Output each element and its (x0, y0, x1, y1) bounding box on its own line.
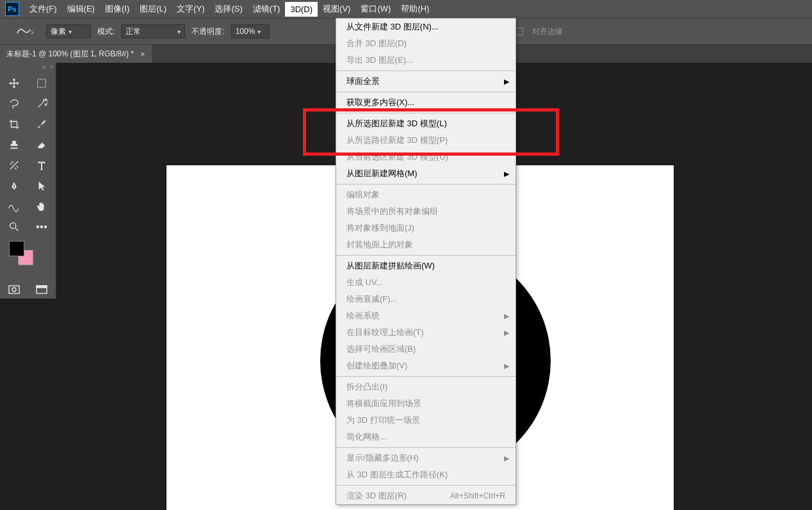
opacity-label: 不透明度: (191, 26, 224, 37)
menu-type[interactable]: 文字(Y) (172, 1, 209, 17)
dd-paint-falloff: 绘画衰减(F)... (336, 291, 516, 308)
dd-simplify-mesh: 简化网格... (336, 429, 516, 445)
color-swatches[interactable] (9, 241, 56, 273)
opacity-field[interactable]: 100%▾ (231, 24, 270, 38)
close-icon[interactable]: × (49, 63, 53, 72)
size-value: 像素 (51, 26, 66, 37)
menu-help[interactable]: 帮助(H) (396, 1, 434, 17)
dd-spherical-panorama[interactable]: 球面全景▶ (336, 73, 516, 90)
quickmask-button[interactable] (0, 281, 28, 299)
submenu-arrow-icon: ▶ (504, 362, 509, 370)
menubar: Ps 文件(F) 编辑(E) 图像(I) 图层(L) 文字(Y) 选择(S) 滤… (0, 0, 812, 18)
dd-get-more-content[interactable]: 获取更多内容(X)... (336, 94, 516, 111)
dd-export-3d-layer: 导出 3D 图层(E)... (336, 52, 516, 69)
align-edges-label: 对齐边缘 (532, 26, 563, 37)
edit-toolbar[interactable] (28, 217, 56, 237)
svg-rect-11 (37, 286, 47, 288)
chevron-down-icon: ▾ (69, 28, 72, 35)
close-icon[interactable]: × (140, 49, 145, 59)
move-tool[interactable] (0, 73, 28, 94)
text-tool[interactable] (28, 155, 56, 176)
submenu-arrow-icon: ▶ (504, 78, 509, 86)
mode-dropdown[interactable]: 正常▾ (121, 24, 185, 38)
dd-merge-3d-layers: 合并 3D 图层(D) (336, 35, 516, 52)
menu-separator (336, 485, 516, 486)
size-dropdown[interactable]: 像素▾ (46, 24, 91, 38)
menu-select[interactable]: 选择(S) (209, 1, 247, 17)
menu-image[interactable]: 图像(I) (100, 1, 134, 17)
menu-separator (336, 113, 516, 113)
shortcut-label: Alt+Shift+Ctrl+R (450, 491, 505, 500)
menu-file[interactable]: 文件(F) (24, 1, 62, 17)
tool-panel: «× (0, 63, 56, 299)
foreground-color-swatch[interactable] (9, 241, 24, 256)
chevron-down-icon: ▾ (177, 28, 181, 35)
mode-label: 模式: (97, 26, 115, 37)
collapse-icon[interactable]: « (42, 63, 46, 72)
dd-group-objects: 编组对象 (336, 186, 516, 203)
dd-paint-on-texture: 在目标纹理上绘画(T)▶ (336, 324, 516, 341)
menu-separator (336, 255, 516, 256)
menu-separator (336, 447, 516, 448)
menu-3d[interactable]: 3D(D) (285, 2, 318, 17)
dd-group-all-in-scene: 将场景中的所有对象编组 (336, 203, 516, 220)
dd-show-hide-polygons: 显示/隐藏多边形(H)▶ (336, 450, 516, 466)
submenu-arrow-icon: ▶ (504, 329, 509, 337)
mode-value: 正常 (126, 26, 141, 37)
dd-new-tiled-painting[interactable]: 从图层新建拼贴绘画(W) (336, 258, 516, 274)
dd-pack-on-ground: 封装地面上的对象 (336, 236, 516, 253)
photoshop-logo: Ps (5, 2, 19, 16)
menu-layer[interactable]: 图层(L) (134, 1, 172, 17)
menu-filter[interactable]: 滤镜(T) (248, 1, 286, 17)
menu-separator (336, 92, 516, 92)
brush-tool[interactable] (28, 114, 56, 135)
svg-point-5 (37, 226, 39, 228)
svg-rect-3 (38, 79, 46, 88)
magic-wand-tool[interactable] (28, 94, 56, 114)
dd-create-paint-overlay: 创建绘图叠加(V)▶ (336, 358, 516, 374)
zoom-tool[interactable] (0, 217, 28, 237)
tool-panel-header[interactable]: «× (0, 63, 56, 72)
marquee-tool[interactable] (28, 73, 56, 94)
dd-move-to-ground: 将对象移到地面(J) (336, 220, 516, 236)
align-edges-checkbox[interactable] (516, 28, 523, 35)
dd-new-3d-layer-from-file[interactable]: 从文件新建 3D 图层(N)... (336, 19, 516, 35)
opacity-value: 100% (236, 27, 256, 36)
dd-new-3d-extrusion-from-selection: 从当前选区新建 3D 模型(U) (336, 149, 516, 165)
dd-split-extrusion: 拆分凸出(I) (336, 379, 516, 395)
shape-tool[interactable] (0, 196, 28, 217)
menu-3d-dropdown: 从文件新建 3D 图层(N)... 合并 3D 图层(D) 导出 3D 图层(E… (336, 18, 516, 505)
dd-new-mesh-from-layer[interactable]: 从图层新建网格(M)▶ (336, 165, 516, 182)
menu-window[interactable]: 窗口(W) (355, 1, 396, 17)
submenu-arrow-icon: ▶ (504, 312, 509, 320)
document-tab[interactable]: 未标题-1 @ 100% (图层 1, RGB/8#) * × (0, 45, 152, 63)
svg-rect-8 (9, 286, 19, 293)
menu-edit[interactable]: 编辑(E) (62, 1, 100, 17)
menu-separator (336, 70, 516, 71)
tool-preset-icon[interactable] (9, 22, 40, 41)
crop-tool[interactable] (0, 114, 28, 135)
submenu-arrow-icon: ▶ (504, 454, 509, 463)
menu-separator (336, 376, 516, 377)
hand-tool[interactable] (28, 196, 56, 217)
pen-tool[interactable] (0, 176, 28, 196)
screen-mode-button[interactable] (28, 281, 56, 299)
dd-render-3d-layer: 渲染 3D 图层(R) Alt+Shift+Ctrl+R (336, 488, 516, 504)
path-select-tool[interactable] (28, 176, 56, 196)
dd-select-paintable: 选择可绘画区域(B) (336, 341, 516, 358)
chevron-down-icon: ▾ (257, 28, 261, 35)
document-tab-title: 未标题-1 @ 100% (图层 1, RGB/8#) * (6, 49, 134, 60)
dd-paint-system: 绘画系统▶ (336, 308, 516, 324)
dd-apply-cross-section: 将横截面应用到场景 (336, 395, 516, 412)
lasso-tool[interactable] (0, 94, 28, 114)
svg-point-9 (12, 288, 16, 292)
dd-new-3d-extrusion-from-layer[interactable]: 从所选图层新建 3D 模型(L) (336, 115, 516, 132)
eraser-tool[interactable] (28, 135, 56, 155)
svg-point-6 (41, 226, 43, 228)
submenu-arrow-icon: ▶ (504, 170, 509, 178)
menu-separator (336, 184, 516, 185)
stamp-tool[interactable] (0, 135, 28, 155)
spot-heal-tool[interactable] (0, 155, 28, 176)
menu-view[interactable]: 视图(V) (318, 1, 355, 17)
svg-point-7 (45, 226, 47, 228)
